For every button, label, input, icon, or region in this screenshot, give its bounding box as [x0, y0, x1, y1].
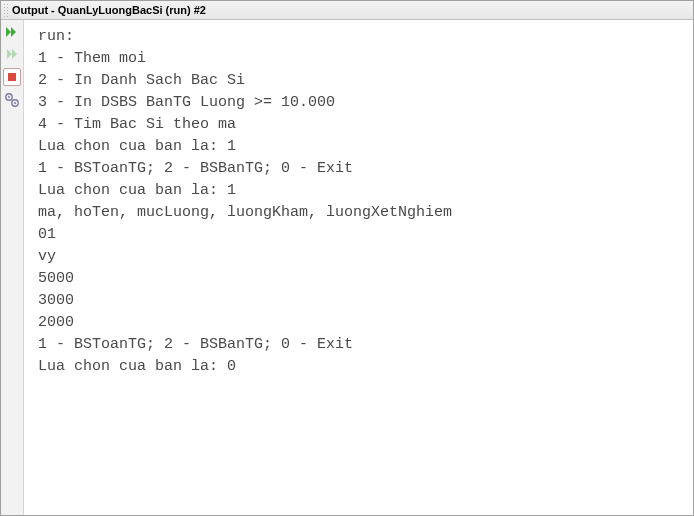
svg-point-4: [14, 102, 16, 104]
rerun-button[interactable]: [4, 24, 20, 40]
console-output[interactable]: run: 1 - Them moi 2 - In Danh Sach Bac S…: [24, 20, 693, 515]
output-window: Output - QuanLyLuongBacSi (run) #2: [0, 0, 694, 516]
run-button[interactable]: [4, 46, 20, 62]
svg-rect-0: [8, 73, 16, 81]
run-again-icon: [5, 25, 19, 39]
run-icon: [5, 47, 19, 61]
settings-icon: [4, 92, 20, 108]
window-body: run: 1 - Them moi 2 - In Danh Sach Bac S…: [1, 20, 693, 515]
settings-button[interactable]: [4, 92, 20, 108]
stop-button[interactable]: [3, 68, 21, 86]
grip-icon: [3, 3, 8, 17]
stop-icon: [7, 72, 17, 82]
title-bar: Output - QuanLyLuongBacSi (run) #2: [1, 1, 693, 20]
svg-point-3: [8, 96, 10, 98]
window-title: Output - QuanLyLuongBacSi (run) #2: [12, 1, 206, 19]
gutter-toolbar: [1, 20, 24, 515]
